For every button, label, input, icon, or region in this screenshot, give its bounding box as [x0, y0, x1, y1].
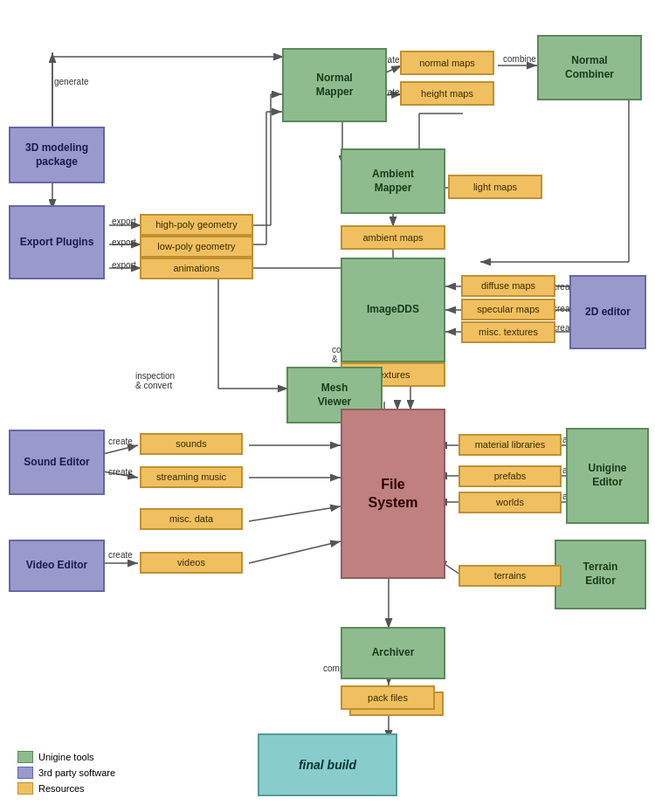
- high-poly-box: high-poly geometry: [140, 214, 253, 236]
- ambient-maps-box: ambient maps: [341, 225, 445, 250]
- final-build: final build: [258, 733, 397, 796]
- light-maps-box: light maps: [448, 175, 542, 199]
- legend-label-unigine: Unigine tools: [38, 752, 94, 762]
- ambient-mapper: AmbientMapper: [341, 148, 445, 214]
- diagram: generate create export export export gen…: [0, 0, 655, 812]
- material-libraries-box: material libraries: [458, 434, 562, 456]
- animations-box: animations: [140, 258, 253, 279]
- legend-item-3rdparty: 3rd party software: [17, 767, 115, 779]
- height-maps-box: height maps: [400, 81, 494, 106]
- legend-item-unigine: Unigine tools: [17, 751, 115, 763]
- terrains-box: terrains: [458, 565, 562, 587]
- legend: Unigine tools 3rd party software Resourc…: [17, 751, 115, 795]
- misc-textures-box: misc. textures: [461, 321, 555, 343]
- unigine-editor: UnigineEditor: [566, 428, 649, 524]
- generate-label-1: generate: [54, 77, 88, 86]
- normal-combiner: NormalCombiner: [537, 35, 642, 100]
- svg-line-39: [103, 445, 138, 454]
- file-system: FileSystem: [341, 409, 445, 579]
- low-poly-box: low-poly geometry: [140, 236, 253, 258]
- archiver: Archiver: [341, 627, 445, 679]
- legend-item-resources: Resources: [17, 782, 115, 795]
- specular-maps-box: specular maps: [461, 299, 555, 320]
- create-video-label: create: [108, 550, 133, 560]
- legend-swatch-blue: [17, 767, 33, 779]
- sound-editor: Sound Editor: [9, 430, 105, 495]
- 2d-editor: 2D editor: [569, 275, 646, 349]
- create-music-label: create: [108, 467, 133, 477]
- create-sounds-label: create: [108, 437, 133, 446]
- misc-data-box: misc. data: [140, 508, 243, 530]
- 3d-modeling-package: 3D modeling package: [9, 127, 105, 183]
- videos-box: videos: [140, 552, 243, 574]
- prefabs-box: prefabs: [458, 465, 562, 487]
- svg-line-43: [249, 506, 341, 521]
- streaming-music-box: streaming music: [140, 466, 243, 488]
- legend-swatch-orange: [17, 782, 33, 795]
- export-plugins: Export Plugins: [9, 205, 105, 279]
- normal-maps-box: normal maps: [400, 51, 494, 75]
- image-dds: ImageDDS: [341, 258, 445, 362]
- export-label-1: export: [112, 217, 136, 226]
- pack-files-box: pack files: [341, 685, 435, 710]
- combine-label: combine: [503, 54, 536, 64]
- legend-label-resources: Resources: [38, 783, 85, 794]
- worlds-box: worlds: [458, 492, 562, 513]
- normal-mapper: NormalMapper: [282, 48, 387, 122]
- inspection-convert-label: inspection& convert: [135, 371, 175, 390]
- export-label-2: export: [112, 237, 136, 247]
- terrain-editor: TerrainEditor: [555, 540, 646, 609]
- export-label-3: export: [112, 260, 136, 270]
- svg-line-45: [249, 541, 341, 563]
- legend-swatch-green: [17, 751, 33, 763]
- sounds-box: sounds: [140, 433, 243, 455]
- diffuse-maps-box: diffuse maps: [461, 275, 555, 297]
- legend-label-3rdparty: 3rd party software: [38, 767, 115, 778]
- video-editor: Video Editor: [9, 540, 105, 592]
